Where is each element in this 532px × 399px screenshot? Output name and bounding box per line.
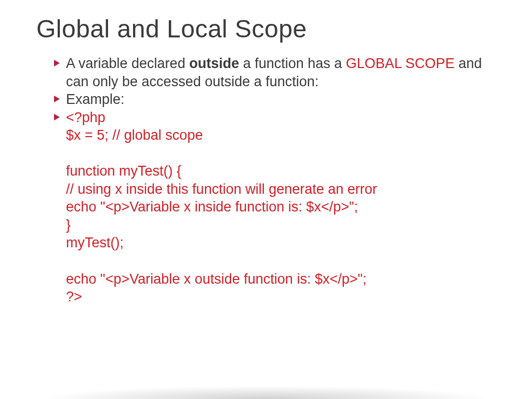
- text-highlight: GLOBAL SCOPE: [346, 56, 455, 71]
- text-strong: outside: [189, 56, 239, 71]
- bottom-shadow: [0, 380, 532, 399]
- text-fragment: A variable declared: [66, 56, 189, 71]
- text-fragment: a function has a: [239, 56, 346, 71]
- triangle-bullet-icon: [54, 114, 60, 121]
- triangle-bullet-icon: [54, 60, 60, 66]
- slide-title: Global and Local Scope: [36, 15, 496, 43]
- svg-marker-0: [54, 60, 60, 66]
- bullet-item: Example:: [54, 90, 496, 109]
- svg-marker-1: [54, 96, 60, 102]
- triangle-bullet-icon: [54, 96, 60, 102]
- bullet-item: A variable declared outside a function h…: [54, 55, 496, 90]
- slide: Global and Local Scope A variable declar…: [0, 0, 532, 306]
- code-block: <?php $x = 5; // global scope function m…: [66, 109, 377, 306]
- bullet-text: Example:: [66, 90, 125, 109]
- slide-content: A variable declared outside a function h…: [36, 55, 496, 306]
- bullet-item: <?php $x = 5; // global scope function m…: [54, 109, 496, 306]
- svg-marker-2: [54, 114, 60, 121]
- bullet-text: A variable declared outside a function h…: [66, 55, 496, 90]
